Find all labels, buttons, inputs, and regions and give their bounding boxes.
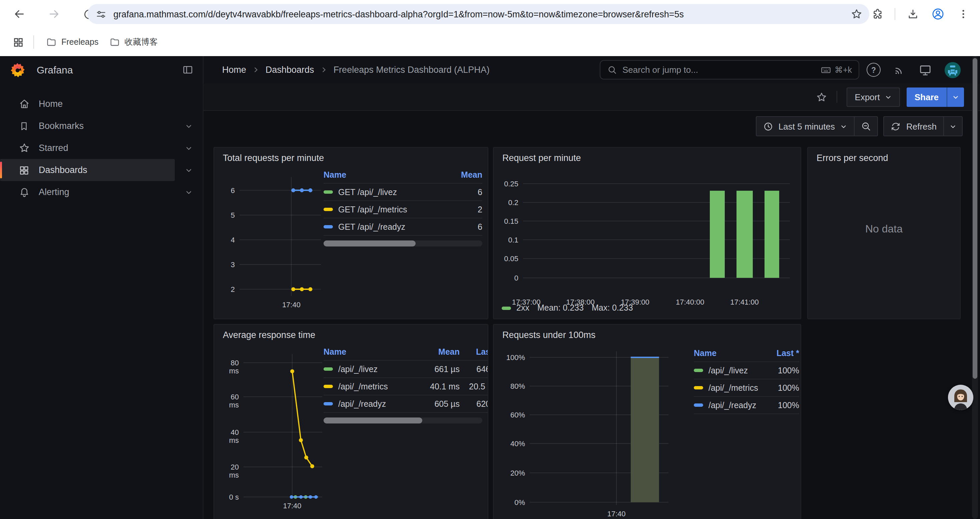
panel-title[interactable]: Total requests per minute bbox=[223, 153, 324, 163]
legend-row[interactable]: /api/_/readyz 605 µs 620 bbox=[323, 395, 488, 413]
legend-row[interactable]: /api/_/metrics 100% bbox=[694, 379, 799, 397]
series-color-pill[interactable] bbox=[323, 402, 333, 406]
forward-icon[interactable] bbox=[43, 3, 65, 26]
export-button[interactable]: Export bbox=[847, 87, 900, 107]
series-color-pill[interactable] bbox=[694, 404, 703, 407]
actions-divider bbox=[837, 91, 838, 103]
dashboard-canvas: Last 5 minutes Refresh bbox=[204, 111, 980, 519]
column-header[interactable]: Mean bbox=[448, 170, 482, 179]
profile-icon[interactable] bbox=[927, 3, 949, 26]
legend-row[interactable]: /api/_/livez 100% bbox=[694, 362, 799, 379]
chevron-down-icon[interactable] bbox=[185, 166, 193, 174]
legend-row[interactable]: GET /api/_/metrics 2 bbox=[323, 201, 482, 219]
chevron-down-icon[interactable] bbox=[185, 122, 193, 130]
share-button[interactable]: Share bbox=[907, 87, 947, 107]
series-color-pill[interactable] bbox=[694, 386, 703, 390]
panel-title[interactable]: Average response time bbox=[223, 330, 315, 340]
legend-table: Name Mean GET /api/_/livez 6 GET /api/_/… bbox=[323, 166, 482, 246]
favorite-star-icon[interactable] bbox=[816, 91, 827, 102]
sidebar-item-alerting[interactable]: Alerting bbox=[0, 181, 203, 203]
sidebar-toggle-icon[interactable] bbox=[182, 64, 194, 75]
sidebar-item-home[interactable]: Home bbox=[0, 93, 203, 115]
sidebar-item-bookmarks[interactable]: Bookmarks bbox=[0, 115, 203, 137]
legend-row[interactable]: GET /api/_/readyz 6 bbox=[323, 219, 482, 236]
sidebar-item-dashboards[interactable]: Dashboards bbox=[0, 159, 175, 181]
time-range-label: Last 5 minutes bbox=[778, 121, 835, 131]
share-menu-caret[interactable] bbox=[947, 87, 964, 107]
series-color-pill[interactable] bbox=[502, 306, 511, 310]
panel-errors-per-second[interactable]: Errors per second No data bbox=[807, 147, 961, 319]
column-header[interactable]: Las bbox=[460, 347, 488, 356]
chevron-right-icon bbox=[320, 66, 328, 73]
column-header[interactable]: Name bbox=[323, 170, 448, 179]
timeseries-chart: 6543217:40 bbox=[220, 172, 326, 313]
chevron-down-icon bbox=[840, 123, 848, 130]
series-color-pill[interactable] bbox=[323, 225, 333, 228]
grafana-logo[interactable] bbox=[9, 61, 26, 78]
news-rss-icon[interactable] bbox=[893, 64, 906, 76]
toolbar-divider bbox=[895, 8, 895, 20]
help-icon[interactable]: ? bbox=[867, 63, 881, 77]
browser-menu-icon[interactable] bbox=[952, 3, 975, 26]
legend-max: Max: 0.233 bbox=[592, 303, 633, 313]
panel-average-response-time[interactable]: Average response time 80 ms60 ms40 ms20 … bbox=[213, 324, 488, 519]
chevron-down-icon bbox=[949, 123, 957, 130]
panel-request-per-minute[interactable]: Request per minute 0.250.20.150.10.05017… bbox=[493, 147, 801, 319]
legend-row[interactable]: /api/_/readyz 100% bbox=[694, 397, 799, 414]
extensions-icon[interactable] bbox=[866, 3, 889, 26]
breadcrumb-home[interactable]: Home bbox=[222, 65, 246, 75]
refresh-group: Refresh bbox=[884, 116, 963, 136]
series-color-pill[interactable] bbox=[323, 190, 333, 194]
user-avatar[interactable] bbox=[945, 62, 961, 78]
zoom-out-icon bbox=[861, 121, 872, 132]
panel-total-requests[interactable]: Total requests per minute 6543217:40 Nam… bbox=[213, 147, 488, 319]
legend-row[interactable]: GET /api/_/livez 6 bbox=[323, 184, 482, 201]
breadcrumb-dashboards[interactable]: Dashboards bbox=[266, 65, 314, 75]
legend-scrollbar[interactable] bbox=[323, 241, 482, 246]
address-bar[interactable]: grafana.mathmast.com/d/deytv4rwavabkb/fr… bbox=[88, 4, 869, 24]
back-icon[interactable] bbox=[8, 3, 31, 26]
bookmark-star-icon[interactable] bbox=[848, 5, 865, 23]
search-icon bbox=[607, 65, 617, 75]
legend-row[interactable]: /api/_/livez 661 µs 646 bbox=[323, 361, 488, 378]
assistant-avatar[interactable] bbox=[948, 385, 973, 410]
column-header[interactable]: Name bbox=[323, 347, 418, 356]
sidebar-item-starred[interactable]: Starred bbox=[0, 137, 203, 159]
column-header[interactable]: Last * bbox=[765, 348, 799, 358]
time-range-picker[interactable]: Last 5 minutes bbox=[757, 117, 854, 136]
legend-scrollbar[interactable] bbox=[323, 417, 482, 423]
site-settings-icon[interactable] bbox=[95, 8, 107, 20]
apps-grid-icon[interactable] bbox=[7, 31, 29, 53]
time-range-group: Last 5 minutes bbox=[756, 116, 878, 136]
legend-row[interactable]: /api/_/metrics 40.1 ms 20.5 r bbox=[323, 378, 488, 395]
bookmark-folder-blogs[interactable]: 收藏博客 bbox=[104, 33, 163, 51]
downloads-icon[interactable] bbox=[901, 3, 924, 26]
panel-title[interactable]: Errors per second bbox=[816, 153, 888, 163]
bookmark-folder-freeleaps[interactable]: Freeleaps bbox=[41, 34, 104, 51]
refresh-interval-caret[interactable] bbox=[944, 117, 962, 136]
panel-title[interactable]: Request per minute bbox=[502, 153, 581, 163]
column-header[interactable]: Mean bbox=[418, 347, 460, 356]
column-header[interactable]: Name bbox=[694, 348, 765, 358]
grafana-header: Grafana Home Dashboards Freeleaps Metric… bbox=[0, 56, 980, 84]
zoom-out-button[interactable] bbox=[855, 117, 878, 136]
dashboards-grid-icon bbox=[18, 164, 30, 175]
chevron-down-icon[interactable] bbox=[185, 188, 193, 196]
series-color-pill[interactable] bbox=[323, 208, 333, 211]
refresh-button[interactable]: Refresh bbox=[884, 117, 943, 136]
series-color-pill[interactable] bbox=[323, 385, 333, 388]
series-color-pill[interactable] bbox=[323, 367, 333, 371]
chevron-down-icon[interactable] bbox=[185, 144, 193, 152]
panel-requests-under-100ms[interactable]: Requests under 100ms 100%80%60%40%20%0%1… bbox=[493, 324, 801, 519]
legend-series[interactable]: 2xx bbox=[516, 303, 529, 313]
monitor-icon[interactable] bbox=[919, 63, 932, 77]
bookmark-folder-label: Freeleaps bbox=[61, 37, 99, 47]
search-input[interactable]: Search or jump to... ⌘+k bbox=[600, 60, 859, 80]
panel-title[interactable]: Requests under 100ms bbox=[502, 330, 595, 340]
series-color-pill[interactable] bbox=[694, 369, 703, 372]
search-placeholder: Search or jump to... bbox=[622, 65, 821, 75]
page-scrollbar[interactable] bbox=[972, 56, 978, 519]
keyboard-icon bbox=[821, 64, 831, 75]
sidebar-item-label: Bookmarks bbox=[39, 121, 84, 131]
bookmarks-divider bbox=[33, 35, 34, 49]
